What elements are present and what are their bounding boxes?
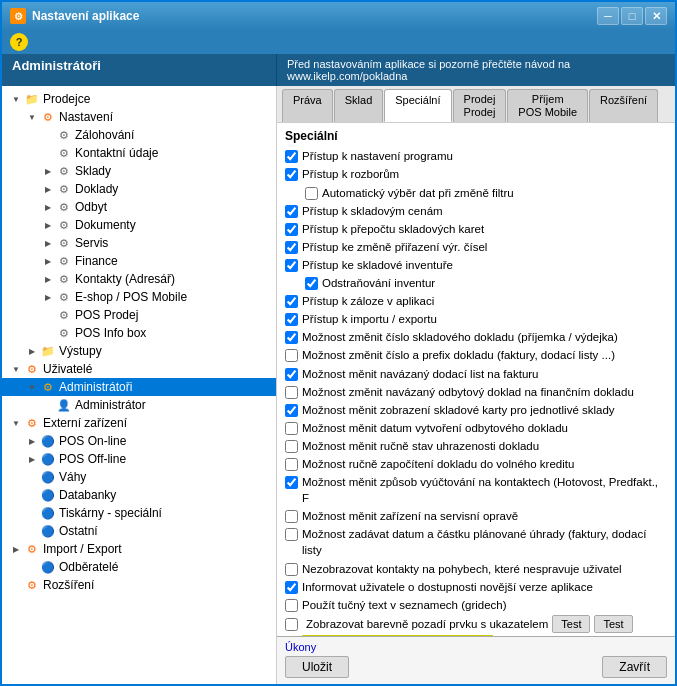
tree-item-import[interactable]: ▶ ⚙ Import / Export (2, 540, 276, 558)
save-button[interactable]: Uložit (285, 656, 349, 678)
label-moznost-zadavat-datum[interactable]: Možnost zadávat datum a částku plánované… (302, 526, 667, 558)
expand-icon[interactable]: ▶ (24, 451, 40, 467)
label-odstranovani[interactable]: Odstraňování inventur (322, 275, 435, 291)
checkbox-pristup-nastaveni[interactable] (285, 150, 298, 163)
label-moznost-menit-datum[interactable]: Možnost měnit datum vytvoření odbytového… (302, 420, 568, 436)
tree-item-odberatele[interactable]: 🔵 Odběratelé (2, 558, 276, 576)
label-moznost-zmenit-prefix[interactable]: Možnost změnit číslo a prefix dokladu (f… (302, 347, 615, 363)
label-moznost-menit-dodaci[interactable]: Možnost měnit navázaný dodací list na fa… (302, 366, 539, 382)
label-moznost-menit-zobrazeni[interactable]: Možnost měnit zobrazení skladové karty p… (302, 402, 615, 418)
expand-icon[interactable]: ▶ (40, 199, 56, 215)
tab-prodej[interactable]: ProdejProdej (453, 89, 507, 122)
tree-item-zalohavani[interactable]: ⚙ Zálohování (2, 126, 276, 144)
checkbox-moznost-zmenit-prefix[interactable] (285, 349, 298, 362)
checkbox-pristup-inventure[interactable] (285, 259, 298, 272)
tree-item-pos-info-box[interactable]: ⚙ POS Info box (2, 324, 276, 342)
checkbox-zobrazovat-barevne[interactable] (285, 618, 298, 631)
tree-item-externi[interactable]: ▼ ⚙ Externí zařízení (2, 414, 276, 432)
checkbox-pouzit-tucny[interactable] (285, 599, 298, 612)
test-button-1[interactable]: Test (552, 615, 590, 633)
tree-item-tiskarny[interactable]: 🔵 Tiskárny - speciální (2, 504, 276, 522)
label-auto-vyber[interactable]: Automatický výběr dat při změně filtru (322, 185, 514, 201)
checkbox-moznost-zapociteni[interactable] (285, 458, 298, 471)
test-button-2[interactable]: Test (594, 615, 632, 633)
label-pristup-rozborom[interactable]: Přístup k rozborům (302, 166, 399, 182)
label-pristup-prepoctu[interactable]: Přístup k přepočtu skladových karet (302, 221, 484, 237)
tree-item-administratori[interactable]: ▼ ⚙ Administrátoři (2, 378, 276, 396)
checkbox-moznost-zmenit-odbytovy[interactable] (285, 386, 298, 399)
tree-item-kontaktni[interactable]: ⚙ Kontaktní údaje (2, 144, 276, 162)
tree-item-vystupy[interactable]: ▶ 📁 Výstupy (2, 342, 276, 360)
label-moznost-zapociteni[interactable]: Možnost ručně započítení dokladu do voln… (302, 456, 574, 472)
expand-icon[interactable]: ▶ (40, 163, 56, 179)
checkbox-moznost-zadavat-datum[interactable] (285, 528, 298, 541)
checkbox-pristup-zaloze[interactable] (285, 295, 298, 308)
tree-item-dokumenty[interactable]: ▶ ⚙ Dokumenty (2, 216, 276, 234)
minimize-button[interactable]: ─ (597, 7, 619, 25)
checkbox-nezobrazovat[interactable] (285, 563, 298, 576)
tab-rozsireni[interactable]: Rozšíření (589, 89, 658, 122)
tree-item-finance[interactable]: ▶ ⚙ Finance (2, 252, 276, 270)
maximize-button[interactable]: □ (621, 7, 643, 25)
tab-prijem[interactable]: PříjemPOS Mobile (507, 89, 588, 122)
expand-icon[interactable]: ▶ (40, 271, 56, 287)
tree-item-servis[interactable]: ▶ ⚙ Servis (2, 234, 276, 252)
tree-item-uzivatele[interactable]: ▼ ⚙ Uživatelé (2, 360, 276, 378)
tab-sklad[interactable]: Sklad (334, 89, 384, 122)
label-nezobrazovat[interactable]: Nezobrazovat kontakty na pohybech, které… (302, 561, 622, 577)
expand-icon[interactable]: ▶ (40, 289, 56, 305)
tree-item-pos-offline[interactable]: ▶ 🔵 POS Off-line (2, 450, 276, 468)
tree-item-kontakty[interactable]: ▶ ⚙ Kontakty (Adresář) (2, 270, 276, 288)
expand-icon[interactable]: ▼ (8, 415, 24, 431)
tree-item-nastaveni[interactable]: ▼ ⚙ Nastavení (2, 108, 276, 126)
tree-item-databanky[interactable]: 🔵 Databanky (2, 486, 276, 504)
tree-item-vahy[interactable]: 🔵 Váhy (2, 468, 276, 486)
tab-prava[interactable]: Práva (282, 89, 333, 122)
checkbox-moznost-menit-dodaci[interactable] (285, 368, 298, 381)
checkbox-moznost-menit-stav[interactable] (285, 440, 298, 453)
expand-icon[interactable]: ▶ (40, 235, 56, 251)
expand-icon[interactable]: ▼ (24, 109, 40, 125)
close-button[interactable]: Zavřít (602, 656, 667, 678)
checkbox-moznost-menit-zarizeni[interactable] (285, 510, 298, 523)
label-pristup-nastaveni[interactable]: Přístup k nastavení programu (302, 148, 453, 164)
label-moznost-menit-zarizeni[interactable]: Možnost měnit zařízení na servisní oprav… (302, 508, 518, 524)
checkbox-pristup-prepoctu[interactable] (285, 223, 298, 236)
checkbox-pristup-zmene[interactable] (285, 241, 298, 254)
expand-icon[interactable]: ▼ (8, 91, 24, 107)
checkbox-moznost-menit-datum[interactable] (285, 422, 298, 435)
expand-icon[interactable]: ▼ (8, 361, 24, 377)
tree-item-eshop[interactable]: ▶ ⚙ E-shop / POS Mobile (2, 288, 276, 306)
tree-item-doklady[interactable]: ▶ ⚙ Doklady (2, 180, 276, 198)
expand-icon[interactable]: ▶ (8, 541, 24, 557)
label-moznost-menit-zpusob[interactable]: Možnost měnit způsob vyúčtování na konta… (302, 474, 667, 506)
checkbox-pristup-importu[interactable] (285, 313, 298, 326)
label-zobrazovat-barevne[interactable]: Zobrazovat barevně pozadí prvku s ukazat… (306, 616, 548, 632)
label-pristup-zaloze[interactable]: Přístup k záloze v aplikaci (302, 293, 434, 309)
checkbox-moznost-menit-zpusob[interactable] (285, 476, 298, 489)
checkbox-informovat[interactable] (285, 581, 298, 594)
checkbox-auto-vyber[interactable] (305, 187, 318, 200)
tree-item-odbyt[interactable]: ▶ ⚙ Odbyt (2, 198, 276, 216)
label-moznost-menit-stav[interactable]: Možnost měnit ručně stav uhrazenosti dok… (302, 438, 539, 454)
tree-item-pos-prodej[interactable]: ⚙ POS Prodej (2, 306, 276, 324)
expand-icon[interactable]: ▶ (40, 217, 56, 233)
help-button[interactable]: ? (10, 33, 28, 51)
tree-item-pos-online[interactable]: ▶ 🔵 POS On-line (2, 432, 276, 450)
checkbox-pristup-ceny[interactable] (285, 205, 298, 218)
checkbox-moznost-zmenit-cislo[interactable] (285, 331, 298, 344)
tab-special[interactable]: Speciální (384, 89, 451, 122)
label-pristup-importu[interactable]: Přístup k importu / exportu (302, 311, 437, 327)
checkbox-pristup-rozborom[interactable] (285, 168, 298, 181)
tree-item-sklady[interactable]: ▶ ⚙ Sklady (2, 162, 276, 180)
expand-icon[interactable]: ▶ (40, 253, 56, 269)
close-button[interactable]: ✕ (645, 7, 667, 25)
label-pouzit-tucny[interactable]: Použít tučný text v seznamech (gridech) (302, 597, 507, 613)
tree-item-prodejce[interactable]: ▼ 📁 Prodejce (2, 90, 276, 108)
label-pristup-zmene[interactable]: Přístup ke změně přiřazení výr. čísel (302, 239, 487, 255)
expand-icon[interactable]: ▶ (24, 343, 40, 359)
checkbox-moznost-menit-zobrazeni[interactable] (285, 404, 298, 417)
checkbox-odstranovani[interactable] (305, 277, 318, 290)
expand-icon[interactable]: ▶ (24, 433, 40, 449)
label-moznost-zmenit-cislo[interactable]: Možnost změnit číslo skladového dokladu … (302, 329, 618, 345)
